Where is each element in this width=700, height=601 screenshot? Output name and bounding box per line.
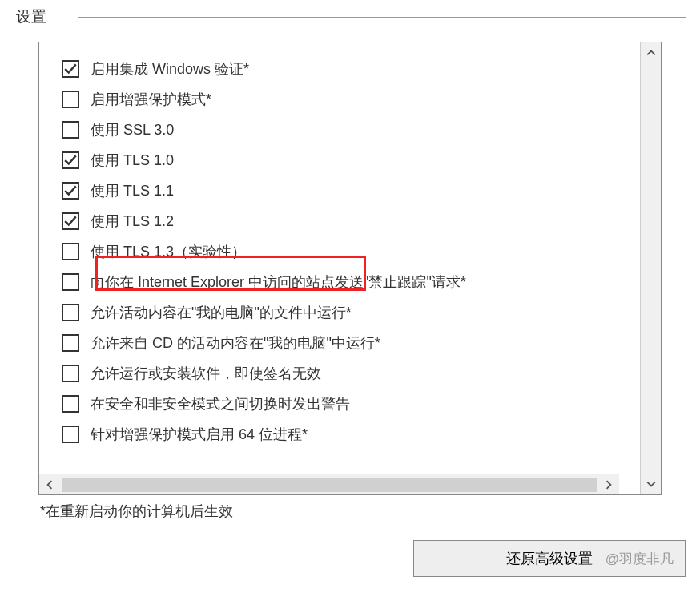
setting-row[interactable]: 使用 SSL 3.0: [62, 115, 634, 145]
setting-label: 使用 SSL 3.0: [91, 115, 174, 145]
setting-label: 针对增强保护模式启用 64 位进程*: [91, 419, 308, 450]
watermark-text: @羽度非凡: [605, 550, 674, 568]
setting-label: 启用增强保护模式*: [91, 84, 211, 115]
setting-row[interactable]: 使用 TLS 1.2: [62, 206, 634, 236]
checkbox[interactable]: [62, 395, 79, 413]
setting-label: 允许活动内容在"我的电脑"的文件中运行*: [91, 297, 352, 328]
hscroll-track[interactable]: [62, 478, 597, 492]
setting-row[interactable]: 允许来自 CD 的活动内容在"我的电脑"中运行*: [62, 328, 634, 358]
setting-row[interactable]: 向你在 Internet Explorer 中访问的站点发送"禁止跟踪"请求*: [62, 267, 634, 297]
scroll-right-button[interactable]: [598, 474, 619, 495]
setting-label: 启用集成 Windows 验证*: [91, 54, 249, 84]
checkbox[interactable]: [62, 60, 79, 78]
setting-label: 允许运行或安装软件，即使签名无效: [91, 358, 321, 389]
vertical-scrollbar[interactable]: [640, 42, 661, 494]
checkbox[interactable]: [62, 151, 79, 169]
setting-row[interactable]: 使用 TLS 1.1: [62, 175, 634, 206]
checkbox[interactable]: [62, 365, 79, 382]
section-header: 设置: [0, 0, 700, 30]
checkbox[interactable]: [62, 426, 79, 443]
horizontal-scrollbar[interactable]: [39, 474, 619, 494]
scroll-up-button[interactable]: [641, 42, 661, 63]
checkbox[interactable]: [62, 121, 79, 139]
setting-label: 使用 TLS 1.1: [91, 175, 174, 206]
checkbox[interactable]: [62, 182, 79, 200]
vscroll-track[interactable]: [641, 63, 661, 474]
setting-row[interactable]: 启用增强保护模式*: [62, 84, 634, 115]
button-row: 还原高级设置 @羽度非凡: [0, 540, 700, 577]
setting-label: 向你在 Internet Explorer 中访问的站点发送"禁止跟踪"请求*: [91, 267, 466, 297]
setting-label: 允许来自 CD 的活动内容在"我的电脑"中运行*: [91, 328, 380, 358]
setting-row[interactable]: 针对增强保护模式启用 64 位进程*: [62, 419, 634, 450]
setting-label: 使用 TLS 1.2: [91, 206, 174, 236]
restore-button-label: 还原高级设置: [506, 551, 593, 567]
settings-content: 启用集成 Windows 验证*启用增强保护模式*使用 SSL 3.0使用 TL…: [39, 42, 640, 494]
setting-row[interactable]: 启用集成 Windows 验证*: [62, 54, 634, 84]
restart-footnote: *在重新启动你的计算机后生效: [40, 502, 700, 521]
checkbox[interactable]: [62, 91, 79, 108]
scroll-down-button[interactable]: [641, 474, 661, 494]
header-divider: [78, 17, 686, 18]
setting-row[interactable]: 允许活动内容在"我的电脑"的文件中运行*: [62, 297, 634, 328]
checkbox[interactable]: [62, 273, 79, 291]
setting-label: 使用 TLS 1.3（实验性）: [91, 236, 246, 267]
scroll-left-button[interactable]: [39, 474, 60, 495]
checkbox[interactable]: [62, 243, 79, 260]
setting-label: 使用 TLS 1.0: [91, 145, 174, 175]
settings-listbox: 启用集成 Windows 验证*启用增强保护模式*使用 SSL 3.0使用 TL…: [38, 42, 662, 495]
setting-row[interactable]: 使用 TLS 1.0: [62, 145, 634, 175]
setting-label: 在安全和非安全模式之间切换时发出警告: [91, 389, 350, 419]
checkbox[interactable]: [62, 304, 79, 321]
checkbox[interactable]: [62, 212, 79, 230]
setting-row[interactable]: 在安全和非安全模式之间切换时发出警告: [62, 389, 634, 419]
section-title: 设置: [16, 6, 46, 27]
setting-row[interactable]: 允许运行或安装软件，即使签名无效: [62, 358, 634, 389]
restore-advanced-settings-button[interactable]: 还原高级设置 @羽度非凡: [413, 540, 686, 577]
setting-row[interactable]: 使用 TLS 1.3（实验性）: [62, 236, 634, 267]
checkbox[interactable]: [62, 334, 79, 352]
